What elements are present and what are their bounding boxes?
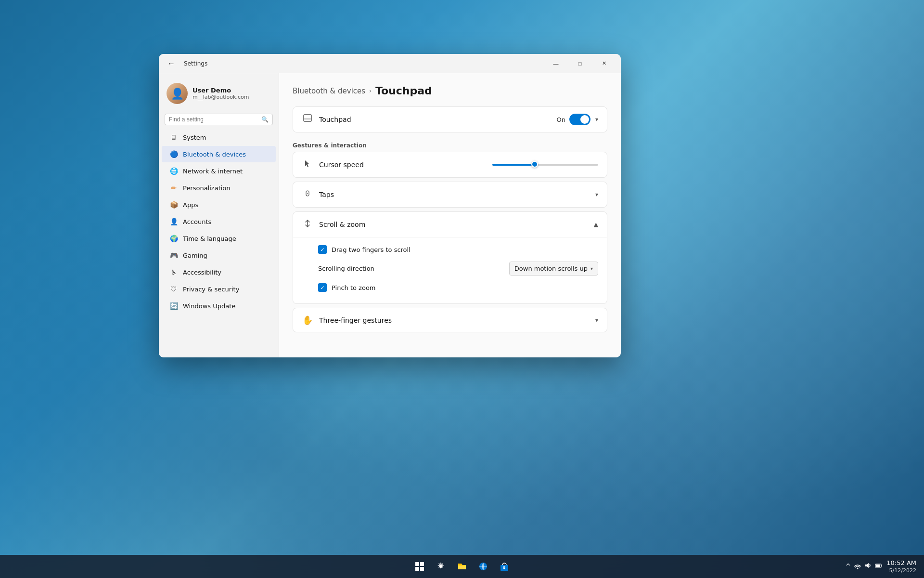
sidebar-item-label-privacy: Privacy & security (183, 286, 239, 293)
sidebar-item-system[interactable]: 🖥 System (162, 129, 276, 145)
breadcrumb-current: Touchpad (375, 85, 432, 97)
taskbar-center: S (410, 557, 514, 576)
network-tray-icon[interactable] (854, 562, 861, 571)
svg-rect-6 (420, 567, 424, 571)
sidebar-item-label-bluetooth: Bluetooth & devices (183, 151, 246, 158)
search-box[interactable]: 🔍 (165, 114, 273, 125)
taps-chevron-icon[interactable]: ▾ (595, 191, 598, 198)
start-button[interactable] (410, 557, 429, 576)
sidebar-item-bluetooth[interactable]: 🔵 Bluetooth & devices (162, 146, 276, 162)
sidebar-item-label-accessibility: Accessibility (183, 269, 221, 276)
window-body: User Demo m__lab@outlook.com 🔍 🖥 System … (159, 73, 621, 357)
taskbar-right: ^ (846, 559, 916, 574)
store-taskbar-button[interactable]: S (495, 557, 514, 576)
scrolling-direction-value: Down motion scrolls up (514, 265, 588, 272)
sidebar-item-accessibility[interactable]: ♿ Accessibility (162, 264, 276, 280)
pinch-to-zoom-label: Pinch to zoom (332, 284, 376, 291)
sidebar-item-label-apps: Apps (183, 201, 198, 209)
cursor-speed-slider[interactable] (492, 164, 598, 166)
svg-rect-4 (420, 562, 424, 566)
sidebar-item-gaming[interactable]: 🎮 Gaming (162, 247, 276, 263)
time-icon: 🌍 (169, 234, 178, 243)
touchpad-icon (302, 114, 313, 125)
drag-two-fingers-checkbox[interactable] (318, 245, 327, 254)
window-controls: — □ ✕ (545, 56, 615, 71)
scroll-zoom-header-left: Scroll & zoom (302, 219, 365, 230)
gaming-icon: 🎮 (169, 251, 178, 260)
breadcrumb-parent[interactable]: Bluetooth & devices (293, 87, 365, 95)
sidebar-item-accounts[interactable]: 👤 Accounts (162, 213, 276, 230)
sidebar-item-label-update: Windows Update (183, 302, 235, 310)
touchpad-toggle[interactable] (569, 114, 590, 125)
sidebar-item-update[interactable]: 🔄 Windows Update (162, 298, 276, 314)
sidebar-item-privacy[interactable]: 🛡 Privacy & security (162, 281, 276, 297)
search-icon: 🔍 (261, 116, 269, 123)
svg-rect-3 (415, 562, 419, 566)
clock[interactable]: 10:52 AM 5/12/2022 (886, 559, 916, 574)
sidebar-item-label-time: Time & language (183, 235, 236, 242)
sidebar-item-network[interactable]: 🌐 Network & internet (162, 163, 276, 179)
svg-point-12 (857, 568, 859, 569)
taps-icon (302, 189, 313, 200)
sound-tray-icon[interactable] (864, 562, 872, 571)
toggle-label: On (556, 116, 565, 123)
breadcrumb: Bluetooth & devices › Touchpad (293, 85, 607, 97)
update-icon: 🔄 (169, 302, 178, 310)
settings-window: ← Settings — □ ✕ User Demo m__lab@outloo… (159, 54, 621, 357)
battery-tray-icon[interactable] (875, 562, 883, 571)
touchpad-card: Touchpad On ▾ (293, 106, 607, 132)
scrolling-direction-dropdown[interactable]: Down motion scrolls up ▾ (509, 262, 598, 276)
close-button[interactable]: ✕ (593, 56, 615, 71)
sidebar: User Demo m__lab@outlook.com 🔍 🖥 System … (159, 73, 279, 357)
sidebar-item-time[interactable]: 🌍 Time & language (162, 230, 276, 247)
svg-rect-15 (876, 565, 880, 567)
sidebar-item-apps[interactable]: 📦 Apps (162, 197, 276, 213)
scrolling-direction-label: Scrolling direction (318, 265, 374, 272)
three-finger-chevron-icon[interactable]: ▾ (595, 317, 598, 324)
maximize-button[interactable]: □ (569, 56, 591, 71)
privacy-icon: 🛡 (169, 285, 178, 293)
scroll-zoom-label: Scroll & zoom (319, 221, 365, 228)
svg-rect-14 (882, 565, 883, 566)
scroll-zoom-icon (302, 219, 313, 230)
taskbar: S ^ (0, 555, 924, 578)
files-taskbar-button[interactable] (452, 557, 472, 576)
sidebar-item-personalization[interactable]: ✏️ Personalization (162, 180, 276, 196)
settings-taskbar-button[interactable] (431, 557, 450, 576)
browser-taskbar-button[interactable] (474, 557, 493, 576)
sidebar-item-label-system: System (183, 134, 206, 141)
minimize-button[interactable]: — (545, 56, 567, 71)
network-icon: 🌐 (169, 167, 178, 175)
system-icon: 🖥 (169, 133, 178, 142)
window-title: Settings (184, 60, 207, 67)
scroll-zoom-chevron-icon[interactable]: ▲ (594, 221, 598, 228)
svg-rect-5 (415, 567, 419, 571)
three-finger-header[interactable]: ✋ Three-finger gestures ▾ (293, 308, 607, 332)
cursor-icon (302, 159, 313, 171)
search-input[interactable] (169, 116, 258, 123)
touchpad-card-header[interactable]: Touchpad On ▾ (293, 107, 607, 132)
user-name: User Demo (192, 87, 249, 94)
cursor-speed-row: Cursor speed (293, 152, 607, 178)
back-button[interactable]: ← (165, 57, 178, 70)
pinch-to-zoom-checkbox[interactable] (318, 283, 327, 292)
three-finger-icon: ✋ (302, 315, 313, 325)
accessibility-icon: ♿ (169, 268, 178, 276)
sidebar-item-label-gaming: Gaming (183, 252, 207, 259)
system-tray: ^ (846, 562, 883, 571)
taps-label: Taps (319, 191, 334, 198)
personalization-icon: ✏️ (169, 184, 178, 192)
drag-two-fingers-row: Drag two fingers to scroll (318, 241, 598, 258)
sidebar-item-label-network: Network & internet (183, 168, 243, 175)
taps-header[interactable]: Taps ▾ (293, 182, 607, 207)
svg-text:S: S (503, 566, 505, 570)
touchpad-chevron-icon[interactable]: ▾ (595, 116, 598, 123)
user-info: User Demo m__lab@outlook.com (192, 87, 249, 100)
taps-header-left: Taps (302, 189, 334, 200)
scroll-zoom-header[interactable]: Scroll & zoom ▲ (293, 212, 607, 237)
scroll-zoom-section: Scroll & zoom ▲ Drag two fingers to scro… (293, 211, 607, 304)
title-bar: ← Settings — □ ✕ (159, 54, 621, 73)
tray-chevron-icon[interactable]: ^ (846, 563, 851, 570)
user-email: m__lab@outlook.com (192, 94, 249, 100)
slider-thumb[interactable] (531, 161, 538, 168)
